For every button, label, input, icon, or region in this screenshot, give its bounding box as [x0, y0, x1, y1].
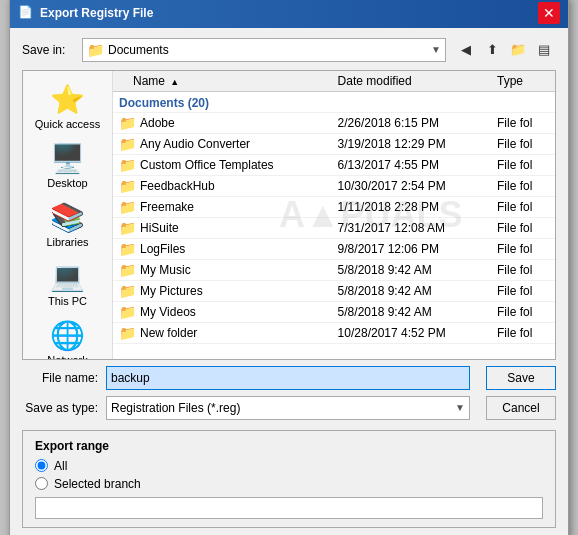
folder-icon: 📁	[119, 157, 136, 173]
save-as-type-row: Save as type: Registration Files (*.reg)…	[22, 396, 556, 420]
cancel-button[interactable]: Cancel	[486, 396, 556, 420]
export-range-section: Export range All Selected branch	[22, 430, 556, 528]
table-row[interactable]: 📁 New folder 10/28/2017 4:52 PM File fol	[113, 322, 555, 343]
file-type-cell: File fol	[489, 133, 555, 154]
nav-desktop-label: Desktop	[47, 177, 87, 189]
toolbar: ◀ ⬆ 📁 ▤	[454, 38, 556, 62]
col-name[interactable]: Name ▲	[113, 71, 330, 92]
branch-input[interactable]	[35, 497, 543, 519]
file-date-cell: 10/28/2017 4:52 PM	[330, 322, 489, 343]
file-date-cell: 5/8/2018 9:42 AM	[330, 280, 489, 301]
file-name-input[interactable]	[106, 366, 470, 390]
file-name-cell: 📁 HiSuite	[113, 217, 330, 238]
file-name-cell: 📁 Freemake	[113, 196, 330, 217]
file-name-cell: 📁 New folder	[113, 322, 330, 343]
action-buttons: Save	[486, 366, 556, 390]
file-date-cell: 9/8/2017 12:06 PM	[330, 238, 489, 259]
nav-libraries-label: Libraries	[46, 236, 88, 248]
save-button[interactable]: Save	[486, 366, 556, 390]
save-in-label: Save in:	[22, 43, 74, 57]
view-button[interactable]: ▤	[532, 38, 556, 62]
back-button[interactable]: ◀	[454, 38, 478, 62]
file-name-cell: 📁 My Pictures	[113, 280, 330, 301]
new-folder-button[interactable]: 📁	[506, 38, 530, 62]
file-date-cell: 3/19/2018 12:29 PM	[330, 133, 489, 154]
save-as-type-combo[interactable]: Registration Files (*.reg) ▼	[106, 396, 470, 420]
save-in-value: Documents	[108, 43, 427, 57]
nav-libraries[interactable]: 📚 Libraries	[27, 197, 109, 252]
file-type-cell: File fol	[489, 112, 555, 133]
file-name-row: File name: Save	[22, 366, 556, 390]
file-type-cell: File fol	[489, 259, 555, 280]
folder-icon: 📁	[119, 199, 136, 215]
title-bar: 📄 Export Registry File ✕	[10, 0, 568, 28]
file-type-cell: File fol	[489, 238, 555, 259]
table-row[interactable]: 📁 Custom Office Templates 6/13/2017 4:55…	[113, 154, 555, 175]
nav-network[interactable]: 🌐 Network	[27, 315, 109, 359]
nav-this-pc[interactable]: 💻 This PC	[27, 256, 109, 311]
save-in-combo[interactable]: 📁 Documents ▼	[82, 38, 446, 62]
save-as-type-label: Save as type:	[22, 401, 98, 415]
special-folder-icon: 📁	[119, 304, 136, 320]
libraries-icon: 📚	[50, 201, 85, 234]
file-name-cell: 📁 My Videos	[113, 301, 330, 322]
close-button[interactable]: ✕	[538, 2, 560, 24]
table-row[interactable]: 📁 Any Audio Converter 3/19/2018 12:29 PM…	[113, 133, 555, 154]
file-name-cell: 📁 My Music	[113, 259, 330, 280]
file-date-cell: 7/31/2017 12:08 AM	[330, 217, 489, 238]
radio-branch-label[interactable]: Selected branch	[54, 477, 141, 491]
nav-quick-access-label: Quick access	[35, 118, 100, 130]
table-row[interactable]: 📁 LogFiles 9/8/2017 12:06 PM File fol	[113, 238, 555, 259]
nav-desktop[interactable]: 🖥️ Desktop	[27, 138, 109, 193]
save-as-type-value: Registration Files (*.reg)	[111, 401, 455, 415]
network-icon: 🌐	[50, 319, 85, 352]
file-name-cell: 📁 FeedbackHub	[113, 175, 330, 196]
save-as-type-arrow: ▼	[455, 402, 465, 413]
file-date-cell: 5/8/2018 9:42 AM	[330, 259, 489, 280]
sort-arrow: ▲	[170, 77, 179, 87]
file-type-cell: File fol	[489, 301, 555, 322]
file-date-cell: 10/30/2017 2:54 PM	[330, 175, 489, 196]
file-type-cell: File fol	[489, 322, 555, 343]
desktop-icon: 🖥️	[50, 142, 85, 175]
file-name-cell: 📁 Adobe	[113, 112, 330, 133]
up-button[interactable]: ⬆	[480, 38, 504, 62]
radio-all[interactable]	[35, 459, 48, 472]
file-date-cell: 1/11/2018 2:28 PM	[330, 196, 489, 217]
radio-all-row: All	[35, 459, 543, 473]
dialog-title: Export Registry File	[40, 6, 153, 20]
table-row[interactable]: 📁 My Music 5/8/2018 9:42 AM File fol	[113, 259, 555, 280]
nav-panel: ⭐ Quick access 🖥️ Desktop 📚 Libraries 💻 …	[23, 71, 113, 359]
folder-icon: 📁	[119, 178, 136, 194]
table-row[interactable]: 📁 My Videos 5/8/2018 9:42 AM File fol	[113, 301, 555, 322]
file-date-cell: 2/26/2018 6:15 PM	[330, 112, 489, 133]
title-bar-left: 📄 Export Registry File	[18, 5, 153, 21]
file-name-cell: 📁 LogFiles	[113, 238, 330, 259]
export-range-title: Export range	[35, 439, 543, 453]
folder-icon: 📁	[119, 136, 136, 152]
col-type[interactable]: Type	[489, 71, 555, 92]
main-area: ⭐ Quick access 🖥️ Desktop 📚 Libraries 💻 …	[22, 70, 556, 360]
folder-icon: 📁	[119, 325, 136, 341]
file-date-cell: 6/13/2017 4:55 PM	[330, 154, 489, 175]
radio-selected-branch[interactable]	[35, 477, 48, 490]
file-name-cell: 📁 Custom Office Templates	[113, 154, 330, 175]
table-row[interactable]: 📁 Adobe 2/26/2018 6:15 PM File fol	[113, 112, 555, 133]
folder-icon: 📁	[119, 241, 136, 257]
table-row[interactable]: 📁 My Pictures 5/8/2018 9:42 AM File fol	[113, 280, 555, 301]
table-row[interactable]: 📁 FeedbackHub 10/30/2017 2:54 PM File fo…	[113, 175, 555, 196]
table-row[interactable]: 📁 Freemake 1/11/2018 2:28 PM File fol	[113, 196, 555, 217]
folder-icon: 📁	[87, 42, 104, 58]
export-registry-dialog: 📄 Export Registry File ✕ Save in: 📁 Docu…	[9, 0, 569, 535]
table-row[interactable]: 📁 HiSuite 7/31/2017 12:08 AM File fol	[113, 217, 555, 238]
file-name-cell: 📁 Any Audio Converter	[113, 133, 330, 154]
dialog-icon: 📄	[18, 5, 34, 21]
combo-dropdown-arrow: ▼	[431, 44, 441, 55]
radio-all-label[interactable]: All	[54, 459, 67, 473]
file-name-label: File name:	[22, 371, 98, 385]
col-date[interactable]: Date modified	[330, 71, 489, 92]
nav-quick-access[interactable]: ⭐ Quick access	[27, 79, 109, 134]
file-panel: A▲PUALS Name ▲ Date modified Type	[113, 71, 555, 359]
radio-branch-row: Selected branch	[35, 477, 543, 491]
special-folder-icon: 📁	[119, 262, 136, 278]
